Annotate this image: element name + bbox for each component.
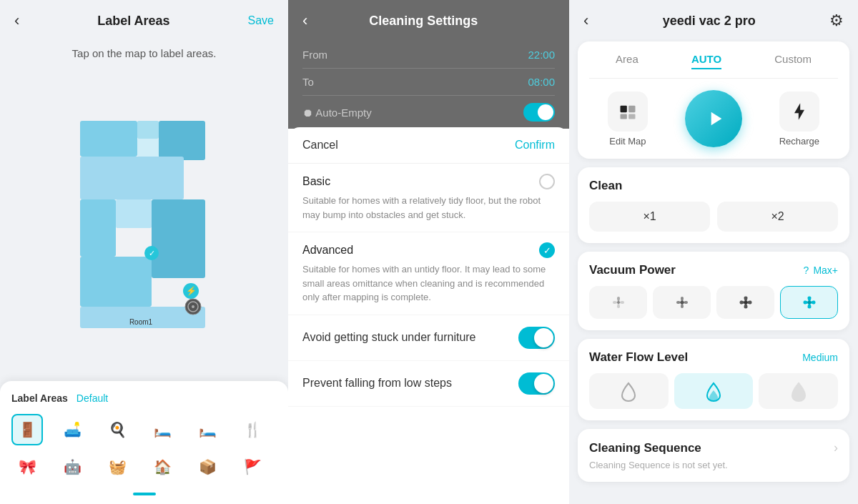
basic-option[interactable]: Basic Suitable for homes with a relative… <box>288 164 569 232</box>
svg-rect-18 <box>620 105 626 112</box>
count-row: ×1 ×2 <box>589 202 838 232</box>
from-value[interactable]: 22:00 <box>528 49 555 61</box>
icon-robot[interactable]: 🤖 <box>56 451 88 483</box>
panel3-back-button[interactable]: ‹ <box>583 11 588 30</box>
svg-marker-22 <box>711 112 721 126</box>
recharge-label: Recharge <box>779 136 819 147</box>
count2-button[interactable]: ×2 <box>717 202 838 232</box>
seq-title: Cleaning Sequence <box>589 441 701 455</box>
toggle-furniture-section: Avoid getting stuck under furniture <box>288 315 569 361</box>
count1-button[interactable]: ×1 <box>589 202 710 232</box>
panel2-header: ‹ Cleaning Settings <box>302 11 555 41</box>
seq-header: Cleaning Sequence › <box>589 440 838 455</box>
fan-strong-icon <box>737 294 754 311</box>
play-icon <box>704 107 726 130</box>
icon-box[interactable]: 📦 <box>192 451 224 483</box>
toggle-furniture-label: Avoid getting stuck under furniture <box>302 331 518 344</box>
vacuum-max-label[interactable]: Max+ <box>813 265 838 276</box>
panel2-title: Cleaning Settings <box>316 14 531 29</box>
basic-header: Basic <box>302 174 555 189</box>
edit-map-control[interactable]: Edit Map <box>608 92 648 147</box>
water-btn-3[interactable] <box>759 373 838 409</box>
to-value[interactable]: 08:00 <box>528 76 555 88</box>
icon-home[interactable]: 🏠 <box>147 451 179 483</box>
panel3-header: ‹ yeedi vac 2 pro ⚙ <box>569 0 858 41</box>
confirm-button[interactable]: Confirm <box>515 139 555 152</box>
panel-cleaning-settings: ‹ Cleaning Settings From 22:00 To 08:00 … <box>288 0 569 504</box>
power-btn-4[interactable] <box>780 286 838 319</box>
map-container[interactable]: Room1 ✓ ⚡ <box>0 68 288 381</box>
default-text[interactable]: Default <box>77 392 108 404</box>
tab-auto[interactable]: AUTO <box>691 53 721 69</box>
svg-rect-6 <box>116 199 152 228</box>
tab-area[interactable]: Area <box>616 53 638 69</box>
gear-icon[interactable]: ⚙ <box>829 11 844 30</box>
recharge-control[interactable]: Recharge <box>779 92 819 147</box>
toggle-steps-label: Prevent falling from low steps <box>302 377 518 390</box>
water-high-icon <box>789 380 808 402</box>
bottom-panel-header: Label Areas Default <box>11 392 277 404</box>
icon-food[interactable]: 🍴 <box>237 414 269 445</box>
water-btn-2[interactable] <box>674 373 754 409</box>
water-section: Water Flow Level Medium <box>578 339 849 420</box>
icon-bowtie[interactable]: 🎀 <box>11 451 43 483</box>
cancel-button[interactable]: Cancel <box>302 139 338 152</box>
power-btn-2[interactable] <box>653 286 711 319</box>
clean-section: Clean ×1 ×2 <box>578 167 849 243</box>
basic-radio[interactable] <box>539 174 555 189</box>
from-label: From <box>302 49 327 61</box>
vacuum-help[interactable]: ? <box>804 265 809 276</box>
power-btn-1[interactable] <box>589 286 647 319</box>
advanced-check[interactable]: ✓ <box>539 242 555 258</box>
recharge-icon <box>789 102 809 122</box>
vacuum-header-right: ? Max+ <box>804 265 838 276</box>
edit-map-label: Edit Map <box>609 136 646 147</box>
panel3-title: yeedi vac 2 pro <box>663 14 756 29</box>
svg-text:Room1: Room1 <box>129 318 152 326</box>
power-grid <box>589 286 838 319</box>
toggle-steps[interactable] <box>518 372 555 395</box>
panel-yeedi: ‹ yeedi vac 2 pro ⚙ Area AUTO Custom Edi… <box>569 0 858 504</box>
power-btn-3[interactable] <box>716 286 774 319</box>
map-svg: Room1 ✓ ⚡ <box>73 114 216 335</box>
water-btn-1[interactable] <box>589 373 669 409</box>
main-card: Area AUTO Custom Edit Map <box>578 41 849 159</box>
svg-point-25 <box>680 301 684 305</box>
icon-washer[interactable]: 🧺 <box>102 451 133 483</box>
tab-custom[interactable]: Custom <box>774 53 812 69</box>
icon-flag[interactable]: 🚩 <box>237 451 269 483</box>
icon-bed[interactable]: 🛏️ <box>147 414 179 445</box>
edit-map-icon <box>618 102 638 122</box>
toggle-furniture[interactable] <box>518 327 555 349</box>
icon-sofa[interactable]: 🛋️ <box>56 414 88 445</box>
icon-kitchen[interactable]: 🍳 <box>102 414 133 445</box>
icon-door[interactable]: 🚪 <box>11 414 43 445</box>
svg-point-26 <box>744 301 747 305</box>
svg-rect-1 <box>137 121 159 139</box>
cleaning-seq-card[interactable]: Cleaning Sequence › Cleaning Sequence is… <box>578 429 849 482</box>
svg-rect-0 <box>80 121 137 157</box>
scroll-indicator <box>11 488 277 497</box>
basic-title: Basic <box>302 175 330 188</box>
main-controls: Edit Map Recharge <box>589 90 838 147</box>
svg-point-27 <box>807 301 811 305</box>
panel1-save-button[interactable]: Save <box>248 14 274 27</box>
panel1-back-button[interactable]: ‹ <box>14 11 19 30</box>
seq-desc: Cleaning Sequence is not set yet. <box>589 460 838 470</box>
fan-quiet-icon <box>610 294 627 311</box>
panel-label-areas: ‹ Label Areas Save Tap on the map to lab… <box>0 0 288 504</box>
icon-bed2[interactable]: 🛏️ <box>192 414 224 445</box>
to-row: To 08:00 <box>302 69 555 96</box>
recharge-icon-wrap <box>779 92 819 132</box>
play-button[interactable] <box>685 90 742 147</box>
water-low-icon <box>619 380 638 402</box>
label-areas-text: Label Areas <box>11 392 68 404</box>
svg-point-24 <box>617 301 620 304</box>
vacuum-header-row: Vacuum Power ? Max+ <box>589 263 838 277</box>
panel2-modal: Cancel Confirm Basic Suitable for homes … <box>288 127 569 504</box>
panel2-back-button[interactable]: ‹ <box>302 11 307 30</box>
advanced-option[interactable]: Advanced ✓ Suitable for homes with an un… <box>288 232 569 315</box>
toggle-steps-section: Prevent falling from low steps <box>288 361 569 407</box>
panel1-subtitle: Tap on the map to label areas. <box>0 41 288 68</box>
svg-point-17 <box>192 305 194 308</box>
